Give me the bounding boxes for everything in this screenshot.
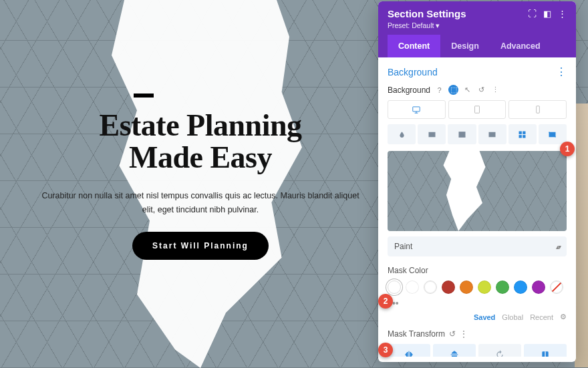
right-edge-photo	[575, 104, 588, 367]
palette-saved[interactable]: Saved	[474, 313, 495, 321]
section-settings-panel: Section Settings ⛶ ◧ ⋮ Preset: Default ▾…	[378, 1, 576, 362]
svg-rect-1	[475, 106, 480, 114]
mask-transform-label: Mask Transform	[388, 329, 445, 339]
swatch-blue[interactable]	[514, 281, 527, 294]
panel-body: Background ⋮ Background ? ⬚ ↖ ↺ ⋮	[378, 57, 576, 357]
hero-title-line2: Made Easy	[129, 140, 272, 174]
panel-header: Section Settings ⛶ ◧ ⋮ Preset: Default ▾…	[378, 1, 576, 57]
swatch-green[interactable]	[496, 281, 509, 294]
palette-global[interactable]: Global	[502, 313, 523, 321]
field-options-icon[interactable]: ⋮	[490, 85, 500, 95]
swatch-orange[interactable]	[460, 281, 473, 294]
transform-reset-icon[interactable]: ↺	[449, 329, 456, 339]
responsive-icon[interactable]: ⬚	[448, 85, 458, 95]
start-will-planning-button[interactable]: Start Will Planning	[132, 232, 269, 260]
transform-flip-vertical[interactable]	[433, 344, 476, 357]
swatch-white[interactable]	[424, 281, 437, 294]
background-options-icon[interactable]: ⋮	[556, 65, 567, 78]
swatch-black[interactable]	[406, 281, 419, 294]
mask-color-swatches	[388, 281, 567, 294]
transform-options-icon[interactable]: ⋮	[460, 329, 468, 339]
accent-bar	[134, 94, 154, 98]
annotation-1: 1	[560, 142, 575, 156]
mask-style-select[interactable]: Paint ▴▾	[388, 236, 567, 256]
panel-title: Section Settings	[388, 8, 466, 19]
background-type-tabs	[388, 124, 567, 144]
swatch-red[interactable]	[442, 281, 455, 294]
annotation-2: 2	[378, 294, 393, 309]
hero-title: Estate Planning Made Easy	[40, 110, 361, 174]
bg-type-video[interactable]	[478, 124, 506, 144]
device-tablet[interactable]	[448, 100, 506, 119]
tab-advanced[interactable]: Advanced	[490, 35, 551, 57]
bg-type-gradient[interactable]	[418, 124, 446, 144]
bg-type-color[interactable]	[388, 124, 416, 144]
transform-rotate[interactable]	[478, 344, 521, 357]
swatch-current[interactable]	[388, 281, 401, 294]
svg-rect-3	[428, 132, 435, 137]
hero-title-line1: Estate Planning	[99, 108, 301, 142]
transform-invert[interactable]	[524, 344, 567, 357]
mask-transform-buttons	[388, 344, 567, 357]
background-section-title[interactable]: Background	[388, 67, 438, 77]
hero-subtitle: Curabitur non nulla sit amet nisl tempus…	[40, 189, 361, 218]
palette-recent[interactable]: Recent	[530, 313, 553, 321]
panel-tabs: Content Design Advanced	[388, 35, 567, 57]
palette-source-row: Saved Global Recent ⚙	[388, 313, 567, 321]
reset-icon[interactable]: ↺	[476, 85, 486, 95]
bg-type-pattern[interactable]	[508, 124, 537, 144]
device-tabs	[388, 100, 567, 119]
device-desktop[interactable]	[388, 100, 446, 119]
svg-rect-9	[519, 135, 522, 138]
bg-type-mask[interactable]	[539, 124, 567, 144]
mask-color-label: Mask Color	[388, 266, 567, 275]
tab-content[interactable]: Content	[388, 35, 440, 57]
annotation-3: 3	[378, 343, 393, 357]
bg-type-image[interactable]	[448, 124, 476, 144]
transform-flip-horizontal[interactable]	[388, 344, 430, 357]
mask-preview[interactable]	[388, 151, 567, 231]
help-icon[interactable]: ?	[434, 85, 444, 95]
svg-rect-0	[413, 107, 420, 112]
mask-style-value: Paint	[394, 242, 412, 251]
svg-rect-8	[523, 131, 525, 134]
tab-design[interactable]: Design	[440, 35, 490, 57]
background-field-label: Background	[388, 85, 430, 95]
swatch-yellow[interactable]	[478, 281, 491, 294]
select-arrows-icon: ▴▾	[556, 243, 560, 250]
more-menu-icon[interactable]: ⋮	[558, 9, 567, 19]
palette-settings-icon[interactable]: ⚙	[560, 313, 567, 321]
more-colors-icon[interactable]: •••	[389, 298, 567, 309]
svg-rect-2	[536, 106, 539, 114]
dock-icon[interactable]: ◧	[543, 9, 551, 19]
preset-dropdown[interactable]: Preset: Default ▾	[388, 21, 567, 35]
device-phone[interactable]	[508, 100, 567, 119]
expand-icon[interactable]: ⛶	[528, 9, 537, 19]
svg-point-5	[460, 133, 462, 134]
swatch-purple[interactable]	[532, 281, 545, 294]
hero-content: Estate Planning Made Easy Curabitur non …	[40, 94, 361, 260]
hover-icon[interactable]: ↖	[462, 85, 472, 95]
swatch-none[interactable]	[550, 281, 563, 294]
svg-rect-7	[519, 131, 522, 134]
svg-rect-10	[523, 135, 525, 138]
